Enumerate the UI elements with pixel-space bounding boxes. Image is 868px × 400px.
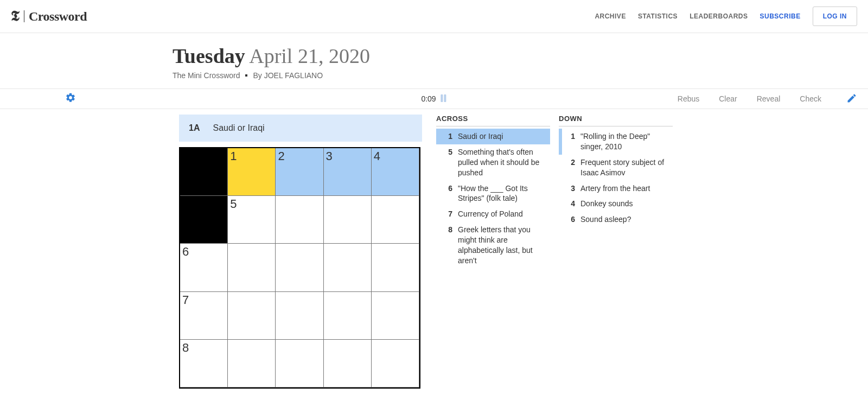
main-area: 1A Saudi or Iraqi 12345678 ACROSS 1Saudi… <box>0 109 868 400</box>
cell-4-1[interactable] <box>228 340 276 388</box>
cell-number: 5 <box>230 197 237 211</box>
clue-text: Currency of Poland <box>458 209 523 219</box>
clue-down-6[interactable]: 6Sound asleep? <box>559 212 673 227</box>
cell-1-4[interactable] <box>372 196 419 244</box>
cell-number: 8 <box>182 341 189 355</box>
clue-down-4[interactable]: 4Donkey sounds <box>559 196 673 212</box>
clue-number: 6 <box>567 214 575 225</box>
clue-number: 7 <box>445 209 452 219</box>
brand-word: Crossword <box>29 9 87 24</box>
cell-3-0[interactable]: 7 <box>180 292 228 340</box>
clue-text: Saudi or Iraqi <box>458 131 503 142</box>
clue-number: 1 <box>445 131 452 142</box>
nav-leaderboards[interactable]: LEADERBOARDS <box>690 12 748 20</box>
brand-divider <box>24 10 24 22</box>
clue-across-1[interactable]: 1Saudi or Iraqi <box>436 129 550 144</box>
clear-button[interactable]: Clear <box>719 94 737 103</box>
brand-logo[interactable]: 𝕿 Crossword <box>11 8 87 24</box>
cell-2-4[interactable] <box>372 244 419 291</box>
clue-across-8[interactable]: 8Greek letters that you might think are … <box>436 222 550 269</box>
timer-value: 0:09 <box>421 94 436 103</box>
cell-2-0[interactable]: 6 <box>180 244 228 291</box>
across-clues: ACROSS 1Saudi or Iraqi5Something that's … <box>436 115 550 389</box>
nav-statistics[interactable]: STATISTICS <box>638 12 678 20</box>
rebus-button[interactable]: Rebus <box>678 94 699 103</box>
crossword-board[interactable]: 12345678 <box>179 147 420 389</box>
clues-column: ACROSS 1Saudi or Iraqi5Something that's … <box>436 115 673 389</box>
current-clue-bar[interactable]: 1A Saudi or Iraqi <box>179 115 422 142</box>
clue-number: 1 <box>567 131 575 152</box>
login-button[interactable]: LOG IN <box>813 7 857 26</box>
cell-1-2[interactable] <box>276 196 323 244</box>
clue-text: Sound asleep? <box>580 214 631 225</box>
cell-number: 1 <box>230 149 237 163</box>
game-toolbar: 0:09 Rebus Clear Reveal Check <box>0 88 868 109</box>
across-header: ACROSS <box>436 115 550 126</box>
clue-number: 3 <box>567 183 575 194</box>
check-button[interactable]: Check <box>800 94 821 103</box>
cell-1-3[interactable] <box>324 196 372 244</box>
clue-text: Greek letters that you might think are a… <box>458 225 547 266</box>
clue-number: 8 <box>445 225 452 266</box>
nav-archive[interactable]: ARCHIVE <box>595 12 626 20</box>
clue-text: Donkey sounds <box>580 199 633 209</box>
clue-number: 6 <box>445 183 452 204</box>
puzzle-column: 1A Saudi or Iraqi 12345678 <box>179 115 422 389</box>
title-day: Tuesday <box>173 45 245 67</box>
svg-rect-0 <box>441 94 443 102</box>
toolbar-actions: Rebus Clear Reveal Check <box>678 93 857 105</box>
clue-number: 4 <box>567 199 575 209</box>
cell-1-0 <box>180 196 228 244</box>
clue-text: Frequent story subject of Isaac Asimov <box>580 157 669 178</box>
cell-0-4[interactable]: 4 <box>372 148 419 196</box>
clue-down-1[interactable]: 1"Rolling in the Deep" singer, 2010 <box>559 129 673 155</box>
clue-text: "Rolling in the Deep" singer, 2010 <box>580 131 669 152</box>
cell-number: 3 <box>326 149 333 163</box>
down-clues: DOWN 1"Rolling in the Deep" singer, 2010… <box>559 115 673 389</box>
current-clue-text: Saudi or Iraqi <box>213 123 264 133</box>
cell-2-1[interactable] <box>228 244 276 291</box>
puzzle-subtitle: The Mini Crossword By JOEL FAGLIANO <box>173 71 868 80</box>
pencil-icon[interactable] <box>846 93 857 105</box>
reveal-button[interactable]: Reveal <box>757 94 781 103</box>
cell-4-4[interactable] <box>372 340 419 388</box>
cell-3-1[interactable] <box>228 292 276 340</box>
clue-down-2[interactable]: 2Frequent story subject of Isaac Asimov <box>559 155 673 181</box>
clue-across-6[interactable]: 6"How the ___ Got Its Stripes" (folk tal… <box>436 181 550 207</box>
title-block: Tuesday April 21, 2020 The Mini Crosswor… <box>0 33 868 88</box>
pause-icon[interactable] <box>441 94 447 104</box>
cell-1-1[interactable]: 5 <box>228 196 276 244</box>
title-date: April 21, 2020 <box>249 45 370 67</box>
clue-number: 5 <box>445 147 452 178</box>
cell-3-2[interactable] <box>276 292 323 340</box>
cell-2-3[interactable] <box>324 244 372 291</box>
clue-across-7[interactable]: 7Currency of Poland <box>436 206 550 222</box>
cell-3-4[interactable] <box>372 292 419 340</box>
clue-text: Artery from the heart <box>580 183 650 194</box>
puzzle-title: Tuesday April 21, 2020 <box>173 44 868 68</box>
cell-number: 4 <box>374 149 380 163</box>
cell-0-0 <box>180 148 228 196</box>
nav-subscribe[interactable]: SUBSCRIBE <box>760 12 800 20</box>
cell-0-1[interactable]: 1 <box>228 148 276 196</box>
cell-number: 6 <box>182 245 189 259</box>
current-clue-label: 1A <box>189 123 200 133</box>
gear-icon[interactable] <box>65 92 76 105</box>
clue-across-5[interactable]: 5Something that's often pulled when it s… <box>436 144 550 181</box>
svg-rect-1 <box>444 94 446 102</box>
author-line: By JOEL FAGLIANO <box>253 71 323 80</box>
cell-0-3[interactable]: 3 <box>324 148 372 196</box>
separator-icon <box>245 74 247 77</box>
puzzle-name: The Mini Crossword <box>173 71 240 80</box>
timer[interactable]: 0:09 <box>421 94 446 104</box>
clue-text: Something that's often pulled when it sh… <box>458 147 547 178</box>
cell-4-0[interactable]: 8 <box>180 340 228 388</box>
top-nav: ARCHIVE STATISTICS LEADERBOARDS SUBSCRIB… <box>595 7 857 26</box>
cell-0-2[interactable]: 2 <box>276 148 323 196</box>
clue-down-3[interactable]: 3Artery from the heart <box>559 181 673 196</box>
cell-3-3[interactable] <box>324 292 372 340</box>
cell-4-3[interactable] <box>324 340 372 388</box>
clue-text: "How the ___ Got Its Stripes" (folk tale… <box>458 183 547 204</box>
cell-2-2[interactable] <box>276 244 323 291</box>
cell-4-2[interactable] <box>276 340 323 388</box>
